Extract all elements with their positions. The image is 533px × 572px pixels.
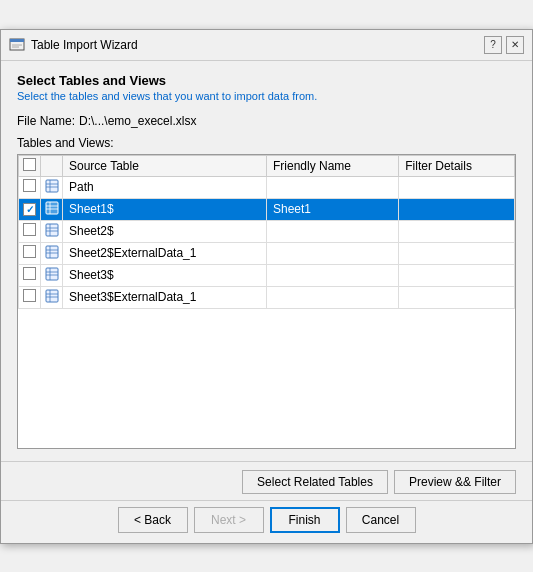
row-checkbox[interactable] bbox=[23, 203, 36, 216]
col-filter-details: Filter Details bbox=[399, 155, 515, 176]
svg-rect-1 bbox=[10, 39, 24, 42]
row-source-table: Sheet3$ bbox=[63, 264, 267, 286]
row-checkbox[interactable] bbox=[23, 179, 36, 192]
header-icon-col bbox=[41, 155, 63, 176]
row-checkbox-cell[interactable] bbox=[19, 220, 41, 242]
title-bar: Table Import Wizard ? ✕ bbox=[1, 30, 532, 61]
row-checkbox-cell[interactable] bbox=[19, 286, 41, 308]
row-source-table: Sheet3$ExternalData_1 bbox=[63, 286, 267, 308]
table-row[interactable]: Sheet1$Sheet1 bbox=[19, 198, 515, 220]
row-filter-details bbox=[399, 242, 515, 264]
select-related-button[interactable]: Select Related Tables bbox=[242, 470, 388, 494]
back-button[interactable]: < Back bbox=[118, 507, 188, 533]
row-source-table: Sheet2$ bbox=[63, 220, 267, 242]
header-checkbox[interactable] bbox=[23, 158, 36, 171]
row-source-table: Sheet2$ExternalData_1 bbox=[63, 242, 267, 264]
finish-button[interactable]: Finish bbox=[270, 507, 340, 533]
row-filter-details bbox=[399, 198, 515, 220]
cancel-button[interactable]: Cancel bbox=[346, 507, 416, 533]
table-type-icon bbox=[45, 179, 59, 193]
table-type-icon bbox=[45, 223, 59, 237]
dialog-title: Table Import Wizard bbox=[31, 38, 138, 52]
row-filter-details bbox=[399, 286, 515, 308]
section-title: Select Tables and Views bbox=[17, 73, 516, 88]
preview-filter-button[interactable]: Preview && Filter bbox=[394, 470, 516, 494]
file-name-label: File Name: bbox=[17, 114, 75, 128]
file-name-value: D:\...\emo_execel.xlsx bbox=[79, 114, 196, 128]
next-button[interactable]: Next > bbox=[194, 507, 264, 533]
help-button[interactable]: ? bbox=[484, 36, 502, 54]
header-checkbox-cell[interactable] bbox=[19, 155, 41, 176]
row-friendly-name[interactable] bbox=[267, 220, 399, 242]
row-icon-cell bbox=[41, 264, 63, 286]
row-filter-details bbox=[399, 176, 515, 198]
table-header-row: Source Table Friendly Name Filter Detail… bbox=[19, 155, 515, 176]
row-filter-details bbox=[399, 264, 515, 286]
row-checkbox-cell[interactable] bbox=[19, 264, 41, 286]
svg-rect-24 bbox=[46, 290, 58, 302]
table-type-icon bbox=[45, 267, 59, 281]
section-subtitle: Select the tables and views that you wan… bbox=[17, 90, 516, 102]
row-source-table: Sheet1$ bbox=[63, 198, 267, 220]
file-name-row: File Name: D:\...\emo_execel.xlsx bbox=[17, 114, 516, 128]
table-row[interactable]: Sheet3$ bbox=[19, 264, 515, 286]
table-container: Source Table Friendly Name Filter Detail… bbox=[17, 154, 516, 449]
svg-rect-20 bbox=[46, 268, 58, 280]
row-checkbox-cell[interactable] bbox=[19, 176, 41, 198]
row-friendly-name[interactable] bbox=[267, 286, 399, 308]
title-bar-controls: ? ✕ bbox=[484, 36, 524, 54]
row-icon-cell bbox=[41, 242, 63, 264]
dialog: Table Import Wizard ? ✕ Select Tables an… bbox=[0, 29, 533, 544]
svg-rect-12 bbox=[46, 224, 58, 236]
table-type-icon bbox=[45, 245, 59, 259]
table-row[interactable]: Path bbox=[19, 176, 515, 198]
table-type-icon bbox=[45, 201, 59, 215]
row-filter-details bbox=[399, 220, 515, 242]
dialog-icon bbox=[9, 37, 25, 53]
row-friendly-name[interactable]: Sheet1 bbox=[267, 198, 399, 220]
row-checkbox-cell[interactable] bbox=[19, 198, 41, 220]
row-checkbox[interactable] bbox=[23, 267, 36, 280]
table-type-icon bbox=[45, 289, 59, 303]
row-icon-cell bbox=[41, 220, 63, 242]
table-row[interactable]: Sheet2$ExternalData_1 bbox=[19, 242, 515, 264]
col-source-table: Source Table bbox=[63, 155, 267, 176]
svg-rect-16 bbox=[46, 246, 58, 258]
row-icon-cell bbox=[41, 198, 63, 220]
svg-rect-8 bbox=[46, 202, 58, 214]
close-button[interactable]: ✕ bbox=[506, 36, 524, 54]
row-checkbox[interactable] bbox=[23, 245, 36, 258]
row-friendly-name[interactable] bbox=[267, 176, 399, 198]
row-checkbox-cell[interactable] bbox=[19, 242, 41, 264]
tables-label: Tables and Views: bbox=[17, 136, 516, 150]
col-friendly-name: Friendly Name bbox=[267, 155, 399, 176]
bottom-action-buttons: Select Related Tables Preview && Filter bbox=[1, 461, 532, 500]
table-body: Path Sheet1$Sheet1 Sheet2$ bbox=[19, 176, 515, 308]
table-row[interactable]: Sheet2$ bbox=[19, 220, 515, 242]
tables-view: Source Table Friendly Name Filter Detail… bbox=[18, 155, 515, 309]
row-icon-cell bbox=[41, 176, 63, 198]
main-content: Select Tables and Views Select the table… bbox=[1, 61, 532, 461]
row-checkbox[interactable] bbox=[23, 223, 36, 236]
row-source-table: Path bbox=[63, 176, 267, 198]
row-friendly-name[interactable] bbox=[267, 264, 399, 286]
svg-rect-4 bbox=[46, 180, 58, 192]
row-checkbox[interactable] bbox=[23, 289, 36, 302]
row-friendly-name[interactable] bbox=[267, 242, 399, 264]
title-bar-left: Table Import Wizard bbox=[9, 37, 138, 53]
table-row[interactable]: Sheet3$ExternalData_1 bbox=[19, 286, 515, 308]
nav-buttons: < Back Next > Finish Cancel bbox=[1, 501, 532, 543]
row-icon-cell bbox=[41, 286, 63, 308]
